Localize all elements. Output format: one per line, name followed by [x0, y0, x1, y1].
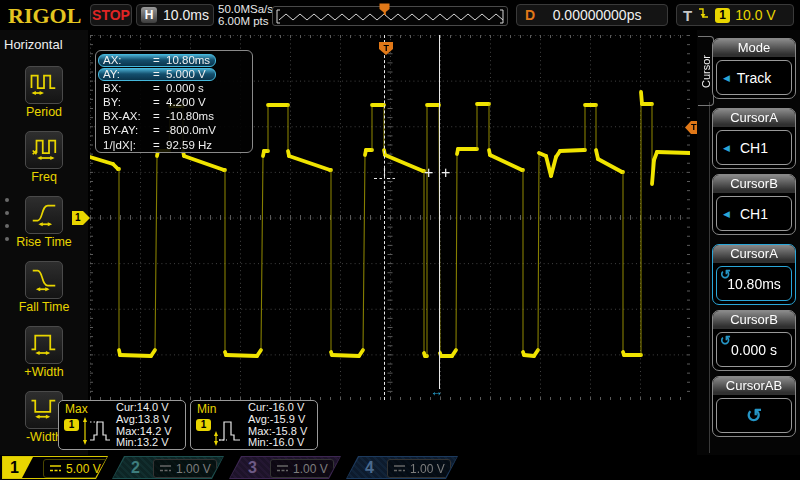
measurement-values: Cur:-16.0 V Avg:-15.9 V Max:-15.8 V Min:… [248, 402, 307, 449]
left-triangle-icon: ◀ [723, 143, 730, 153]
acquisition-info: 50.0MSa/s 6.00M pts [218, 3, 273, 27]
softkey-label: CursorA [713, 245, 795, 263]
softkey-mode-0[interactable]: Mode◀Track [712, 38, 796, 99]
trigger-source-badge: 1 [715, 8, 730, 23]
delay-icon: D [525, 7, 535, 23]
softkey-cursora-3[interactable]: CursorA↺10.80ms [712, 244, 796, 305]
channel-3-chip[interactable]: 31.00 V [229, 456, 341, 479]
readout-row: BY:=4.200 V [96, 96, 252, 110]
readout-row: AY:=5.000 V [96, 68, 252, 82]
readout-value: 10.80ms [166, 54, 210, 66]
sample-rate: 50.0MSa/s [218, 3, 273, 15]
rotate-knob-icon: ↺ [746, 404, 762, 427]
trigger-icon: T [683, 7, 692, 24]
readout-label: BX-AX: [103, 110, 141, 122]
coupling-icon [49, 462, 62, 476]
menu-item-label: Rise Time [0, 235, 88, 249]
channel-4-chip[interactable]: 41.00 V [346, 456, 458, 479]
left-menu-title: Horizontal [4, 37, 63, 52]
channel-number: 2 [131, 457, 140, 478]
cursor-menu: Cursor Mode◀TrackCursorA◀CH1CursorB◀CH1C… [697, 30, 800, 455]
softkey-label: Mode [713, 39, 795, 57]
trigger-chip[interactable]: T 1 10.0 V [676, 4, 794, 26]
coupling-icon [276, 462, 289, 476]
menu-item-freq[interactable]: Freq [0, 131, 88, 184]
freq-icon [29, 133, 59, 167]
rotate-knob-icon: ↺ [720, 267, 731, 282]
oscilloscope-screen: RIGOL STOP H 10.0ms 50.0MSa/s 6.00M pts … [0, 0, 800, 480]
coupling-icon [393, 462, 406, 476]
menu-item-label: Period [0, 105, 88, 119]
channel-scale: 1.00 V [270, 459, 334, 478]
horizontal-icon: H [141, 7, 157, 23]
menu-edge-line [709, 102, 710, 453]
trigger-level-value: 10.0 V [735, 7, 775, 23]
pwidth-icon [29, 328, 59, 362]
readout-row: BY-AY:=-800.0mV [96, 124, 252, 138]
horizontal-timebase-chip[interactable]: H 10.0ms [136, 4, 214, 26]
channel-badge: 1 [64, 419, 79, 431]
softkey-value: ↺0.000 s [716, 332, 792, 367]
readout-row: BX:=0.000 s [96, 82, 252, 96]
menu-item-label: Freq [0, 170, 88, 184]
readout-value: -800.0mV [166, 124, 216, 136]
min-glyph [211, 414, 246, 452]
menu-item-label: Fall Time [0, 300, 88, 314]
readout-value: -10.80ms [166, 110, 214, 122]
left-triangle-icon: ◀ [723, 73, 730, 83]
readout-label: BY-AY: [103, 124, 138, 136]
softkey-value: ↺10.80ms [716, 266, 792, 301]
softkey-cursorab-5[interactable]: CursorAB↺ [712, 376, 796, 437]
softkey-value: ◀Track [716, 60, 792, 95]
readout-label: AY: [103, 68, 120, 80]
fall-time-icon [29, 263, 59, 297]
channel-1-chip[interactable]: 15.00 V [2, 456, 108, 479]
cursor-a-line[interactable] [384, 35, 385, 400]
cursor-b-line[interactable] [439, 35, 440, 389]
softkey-value: ◀CH1 [716, 196, 792, 231]
nwidth-icon [29, 393, 59, 427]
page-indicator-dot [5, 237, 9, 241]
cursor-a-crosshair-icon [374, 168, 395, 189]
menu-item--width[interactable]: +Width [0, 326, 88, 379]
measurement-values: Cur:14.0 V Avg:13.8 V Max:14.2 V Min:13.… [116, 402, 172, 449]
page-indicator-dot [5, 198, 9, 202]
channel-number: 4 [365, 457, 374, 478]
readout-row: BX-AX:=-10.80ms [96, 110, 252, 124]
readout-label: AX: [103, 54, 122, 66]
memory-depth: 6.00M pts [218, 15, 273, 27]
softkey-label: CursorB [713, 311, 795, 329]
readout-value: 92.59 Hz [166, 139, 212, 151]
trigger-position-pointer[interactable] [379, 1, 390, 13]
channel1-level-marker[interactable]: 1 [72, 211, 90, 225]
softkey-cursorb-4[interactable]: CursorB↺0.000 s [712, 310, 796, 371]
left-triangle-icon: ◀ [723, 209, 730, 219]
menu-item-fall-time[interactable]: Fall Time [0, 261, 88, 314]
softkey-cursora-1[interactable]: CursorA◀CH1 [712, 108, 796, 169]
softkey-cursorb-2[interactable]: CursorB◀CH1 [712, 174, 796, 235]
period-icon [29, 68, 59, 102]
channel-2-chip[interactable]: 21.00 V [112, 456, 224, 479]
readout-row: 1/|dX|:=92.59 Hz [96, 139, 252, 153]
channel-status-bar: 15.00 V21.00 V31.00 V41.00 V [0, 455, 800, 480]
waveform-memory-strip[interactable] [272, 6, 508, 26]
timebase-value: 10.0ms [163, 7, 209, 23]
trigger-position-marker[interactable]: T [379, 42, 393, 55]
softkey-label: CursorB [713, 175, 795, 193]
channel-scale: 1.00 V [387, 459, 451, 478]
page-indicator-dot [5, 211, 9, 215]
top-status-bar: RIGOL STOP H 10.0ms 50.0MSa/s 6.00M pts … [0, 0, 800, 30]
cursor-b-drag-icon[interactable]: ↔ [430, 384, 443, 399]
readout-label: 1/|dX|: [103, 139, 136, 151]
softkey-value: ◀CH1 [716, 130, 792, 165]
readout-value: 0.000 s [166, 82, 204, 94]
menu-item-period[interactable]: Period [0, 66, 88, 119]
readout-label: BX: [103, 82, 122, 94]
measurement-box-max: Max1Cur:14.0 V Avg:13.8 V Max:14.2 V Min… [58, 400, 186, 450]
rotate-knob-icon: ↺ [720, 333, 731, 348]
delay-chip[interactable]: D 0.00000000ps [516, 4, 668, 26]
channel-number: 1 [3, 457, 33, 478]
trigger-slope-icon [697, 6, 710, 25]
run-state-button[interactable]: STOP [90, 4, 132, 26]
cursor-track-a-marker: + [424, 164, 433, 182]
